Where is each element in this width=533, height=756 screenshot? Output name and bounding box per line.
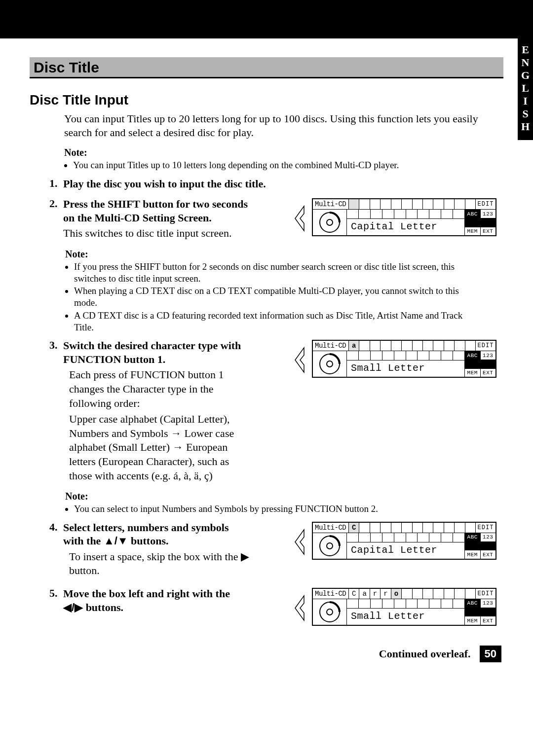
lcd-btn-mem: MEM — [465, 616, 481, 625]
lcd-char-cell — [402, 341, 412, 351]
lcd-char-cell — [465, 523, 475, 533]
step-extra: Upper case alphabet (Capital Letter), Nu… — [69, 412, 251, 483]
note-item: When playing a CD TEXT disc on a CD TEXT… — [74, 285, 477, 309]
lcd-char-cell — [381, 199, 391, 209]
lcd-char-cell — [433, 341, 444, 351]
lcd-char-cell — [391, 199, 402, 209]
lcd-btn-abc: ABC — [465, 210, 481, 218]
step-number: 5. — [49, 587, 63, 600]
lcd-char-cell: o — [391, 589, 402, 599]
lcd-edit-label: EDIT — [476, 199, 495, 209]
lcd-edit-label: EDIT — [476, 589, 495, 599]
note-item: If you press the SHIFT button for 2 seco… — [74, 261, 477, 285]
lcd-char-cell — [455, 589, 465, 599]
step-text: Press the SHIFT button for two seconds o… — [63, 198, 248, 224]
svg-point-5 — [327, 361, 333, 367]
disc-icon — [313, 210, 347, 235]
lcd-char-cell — [455, 199, 465, 209]
lcd-char-cell — [370, 341, 381, 351]
step-4: 4. Select letters, numbers and symbols w… — [49, 521, 496, 578]
lcd-btn-ext: EXT — [481, 550, 496, 559]
lcd-figure-4: Multi-CD Carro EDIT Small Letter — [294, 588, 496, 626]
lcd-char-cell — [465, 199, 475, 209]
step-1: 1. Play the disc you wish to input the d… — [49, 177, 496, 191]
lcd-char-cell — [359, 341, 370, 351]
lcd-char-cell — [444, 199, 455, 209]
lcd-btn-abc: ABC — [465, 351, 481, 360]
step-extra: To insert a space, skip the box with the… — [69, 550, 251, 578]
lcd-char-cell — [423, 199, 433, 209]
up-down-icon: ▲/▼ — [104, 534, 128, 548]
svg-marker-0 — [295, 206, 304, 231]
lcd-btn-123: 123 — [481, 533, 496, 541]
lcd-char-cell — [349, 199, 359, 209]
lcd-char-cell — [402, 199, 412, 209]
lcd-char-cell — [391, 341, 402, 351]
note-block-2: Note: If you press the SHIFT button for … — [65, 249, 477, 333]
lcd-char-cell — [455, 523, 465, 533]
lcd-source-label: Multi-CD — [313, 523, 349, 533]
note-item: A CD TEXT disc is a CD featuring recorde… — [74, 310, 477, 333]
lcd-btn-ext: EXT — [481, 369, 496, 377]
lcd-status: Capital Letter — [347, 542, 464, 557]
lcd-status: Capital Letter — [347, 219, 464, 233]
note-item: You can select to input Numbers and Symb… — [74, 503, 477, 515]
subsection-title: Disc Title Input — [30, 92, 503, 108]
lcd-char-cell — [433, 199, 444, 209]
lcd-status: Small Letter — [347, 609, 464, 623]
lcd-char-cell — [444, 589, 455, 599]
section-title: Disc Title — [34, 59, 499, 76]
lcd-char-cell — [423, 523, 433, 533]
pointer-icon — [294, 591, 307, 625]
lcd-edit-label: EDIT — [476, 523, 495, 533]
step-3: 3. Switch the desired character type wit… — [49, 339, 496, 483]
step-number: 2. — [49, 197, 63, 210]
lcd-btn-123: 123 — [481, 351, 496, 360]
lcd-edit-label: EDIT — [476, 341, 495, 351]
step-number: 3. — [49, 339, 63, 352]
pointer-icon — [294, 201, 307, 236]
lcd-btn-ext: EXT — [481, 227, 496, 236]
page-footer: Continued overleaf. 50 — [30, 646, 503, 662]
note-block-1: Note: You can input Titles up to 10 lett… — [64, 147, 484, 171]
note-list: If you press the SHIFT button for 2 seco… — [65, 261, 477, 333]
lcd-char-cell: r — [370, 589, 381, 599]
lcd-char-cell — [413, 589, 423, 599]
lcd-char-cell — [359, 199, 370, 209]
page-number: 50 — [480, 646, 501, 662]
lcd-char-cell — [381, 523, 391, 533]
lcd-char-cell — [465, 589, 475, 599]
note-item: You can input Titles up to 10 letters lo… — [73, 159, 484, 171]
lcd-btn-123: 123 — [481, 210, 496, 218]
lcd-char-cell — [370, 523, 381, 533]
lcd-figure-1: Multi-CD EDIT Capital Letter — [294, 198, 496, 236]
intro-paragraph: You can input Titles up to 20 letters lo… — [64, 112, 494, 139]
lcd-status: Small Letter — [347, 360, 464, 375]
step-5: 5. Move the box left and right with the … — [49, 587, 496, 626]
lcd-char-cell — [413, 341, 423, 351]
svg-marker-9 — [295, 596, 304, 620]
lcd-char-cell — [402, 523, 412, 533]
svg-point-2 — [327, 219, 333, 225]
disc-icon — [313, 533, 347, 559]
lcd-char-cell — [381, 341, 391, 351]
top-black-bar — [0, 0, 533, 38]
svg-marker-3 — [295, 348, 304, 372]
language-tab: ENGLISH — [518, 38, 533, 140]
lcd-source-label: Multi-CD — [313, 341, 349, 351]
lcd-figure-3: Multi-CD C EDIT Capital Letter — [294, 522, 496, 560]
step-text: buttons. — [83, 601, 123, 613]
lcd-char-cell: C — [349, 589, 359, 599]
step-text: Play the disc you wish to input the disc… — [63, 178, 266, 190]
lcd-btn-mem: MEM — [465, 369, 481, 377]
svg-marker-6 — [295, 530, 304, 554]
lcd-char-cell — [359, 523, 370, 533]
note-label: Note: — [65, 249, 477, 260]
lcd-char-cell — [433, 589, 444, 599]
lcd-btn-123: 123 — [481, 599, 496, 608]
lcd-char-cell — [413, 199, 423, 209]
lcd-char-cell — [370, 199, 381, 209]
lcd-btn-abc: ABC — [465, 599, 481, 608]
lcd-source-label: Multi-CD — [313, 589, 349, 599]
right-icon: ▶ — [241, 550, 249, 564]
